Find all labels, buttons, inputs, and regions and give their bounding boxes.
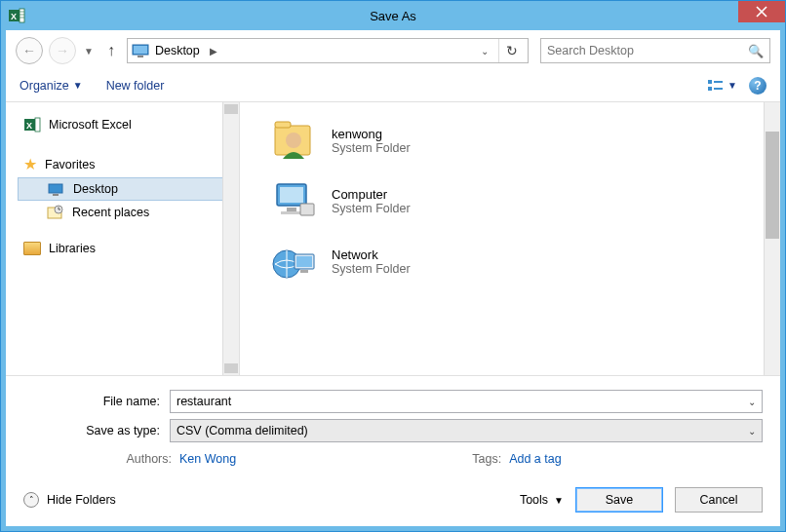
user-folder-icon <box>269 116 318 165</box>
svg-rect-2 <box>20 9 24 22</box>
svg-rect-35 <box>296 256 312 267</box>
svg-rect-29 <box>287 208 296 211</box>
svg-text:X: X <box>26 121 32 131</box>
chevron-down-icon: ▼ <box>554 495 564 506</box>
address-bar[interactable]: Desktop ▶ ⌄ ↻ <box>127 38 529 63</box>
svg-text:X: X <box>11 12 17 21</box>
svg-rect-28 <box>280 187 303 203</box>
help-button[interactable]: ? <box>749 77 766 95</box>
view-options-button[interactable]: ▼ <box>708 79 737 93</box>
nav-label: Microsoft Excel <box>49 118 132 132</box>
file-name: Network <box>332 247 411 262</box>
nav-item-libraries[interactable]: Libraries <box>18 238 233 259</box>
svg-rect-18 <box>49 184 62 193</box>
nav-label: Libraries <box>49 242 96 255</box>
svg-rect-30 <box>281 211 302 214</box>
cancel-button[interactable]: Cancel <box>675 487 763 513</box>
save-as-dialog: X Save As ← → ▼ ↑ Desktop ▶ ⌄ ↻ <box>0 0 786 532</box>
excel-icon: X <box>23 116 41 133</box>
network-icon <box>269 237 318 285</box>
filetype-dropdown[interactable]: CSV (Comma delimited) ⌄ <box>170 419 763 442</box>
nav-item-recent[interactable]: Recent places <box>18 201 233 224</box>
libraries-icon <box>23 242 41 255</box>
new-folder-button[interactable]: New folder <box>106 79 165 93</box>
hide-folders-button[interactable]: ˄ Hide Folders <box>23 492 116 508</box>
tools-label: Tools <box>520 493 548 507</box>
collapse-icon: ˄ <box>23 492 39 508</box>
chevron-down-icon[interactable]: ⌄ <box>748 426 756 437</box>
refresh-button[interactable]: ↻ <box>498 39 524 62</box>
chevron-right-icon[interactable]: ▶ <box>206 46 221 57</box>
search-input[interactable] <box>547 44 748 57</box>
svg-rect-12 <box>708 87 712 91</box>
list-item[interactable]: Computer System Folder <box>259 171 780 231</box>
organize-label: Organize <box>20 79 69 93</box>
recent-places-icon <box>47 205 64 220</box>
file-name: kenwong <box>332 127 411 141</box>
filetype-label: Save as type: <box>23 424 170 437</box>
filetype-value: CSV (Comma delimited) <box>177 424 308 437</box>
navigation-pane: X Microsoft Excel ★ Favorites Deskto <box>6 102 240 375</box>
search-box[interactable]: 🔍 <box>540 38 770 63</box>
desktop-icon <box>132 44 149 57</box>
svg-point-26 <box>286 133 301 148</box>
authors-value[interactable]: Ken Wong <box>179 452 236 466</box>
svg-rect-36 <box>300 270 308 273</box>
svg-rect-17 <box>35 118 40 132</box>
history-dropdown[interactable]: ▼ <box>82 46 96 57</box>
titlebar: X Save As <box>1 1 785 30</box>
tools-dropdown[interactable]: Tools ▼ <box>520 493 564 507</box>
file-type: System Folder <box>332 141 411 155</box>
view-icon <box>708 79 724 93</box>
save-button[interactable]: Save <box>575 487 663 513</box>
chevron-down-icon[interactable]: ⌄ <box>748 397 756 407</box>
tags-value[interactable]: Add a tag <box>509 452 562 466</box>
computer-icon <box>269 176 318 225</box>
file-name: Computer <box>332 187 411 202</box>
svg-rect-9 <box>134 46 147 54</box>
svg-rect-10 <box>138 56 143 57</box>
path-segment[interactable]: Desktop <box>155 44 200 57</box>
nav-label: Recent places <box>72 206 149 219</box>
form-area: File name: restaurant ⌄ Save as type: CS… <box>6 376 780 477</box>
svg-rect-19 <box>53 194 59 196</box>
desktop-icon <box>48 183 65 196</box>
filename-field[interactable]: restaurant ⌄ <box>170 390 763 413</box>
list-item[interactable]: kenwong System Folder <box>259 110 780 171</box>
footer: ˄ Hide Folders Tools ▼ Save Cancel <box>6 477 780 526</box>
organize-button[interactable]: Organize ▼ <box>20 79 83 93</box>
path-dropdown-icon[interactable]: ⌄ <box>477 46 492 57</box>
file-list: kenwong System Folder Computer System Fo… <box>240 102 780 375</box>
up-button[interactable]: ↑ <box>101 42 121 59</box>
filename-label: File name: <box>23 395 170 408</box>
file-type: System Folder <box>332 262 411 276</box>
window-title: Save As <box>1 9 785 23</box>
file-type: System Folder <box>332 202 411 215</box>
list-item[interactable]: Network System Folder <box>259 231 780 291</box>
chevron-down-icon: ▼ <box>727 80 737 91</box>
search-icon: 🔍 <box>748 44 764 58</box>
nav-item-excel[interactable]: X Microsoft Excel <box>18 112 233 137</box>
chevron-down-icon: ▼ <box>73 80 83 91</box>
nav-row: ← → ▼ ↑ Desktop ▶ ⌄ ↻ 🔍 <box>6 30 780 69</box>
toolbar: Organize ▼ New folder ▼ ? <box>6 69 780 102</box>
navpane-scrollbar[interactable] <box>222 102 239 375</box>
nav-label: Favorites <box>45 158 95 171</box>
back-button[interactable]: ← <box>16 37 43 64</box>
excel-app-icon: X <box>7 6 26 25</box>
filelist-scrollbar[interactable] <box>764 102 780 375</box>
hide-folders-label: Hide Folders <box>47 493 116 507</box>
filename-value: restaurant <box>177 395 231 408</box>
nav-item-desktop[interactable]: Desktop <box>18 177 233 201</box>
authors-label: Authors: <box>82 452 179 466</box>
svg-rect-11 <box>708 80 712 84</box>
tags-label: Tags: <box>412 452 509 466</box>
svg-rect-31 <box>300 204 314 215</box>
forward-button[interactable]: → <box>49 37 76 64</box>
svg-rect-25 <box>275 122 291 128</box>
nav-item-favorites[interactable]: ★ Favorites <box>18 151 233 177</box>
star-icon: ★ <box>23 155 37 173</box>
close-button[interactable] <box>738 1 785 22</box>
nav-label: Desktop <box>73 182 118 196</box>
